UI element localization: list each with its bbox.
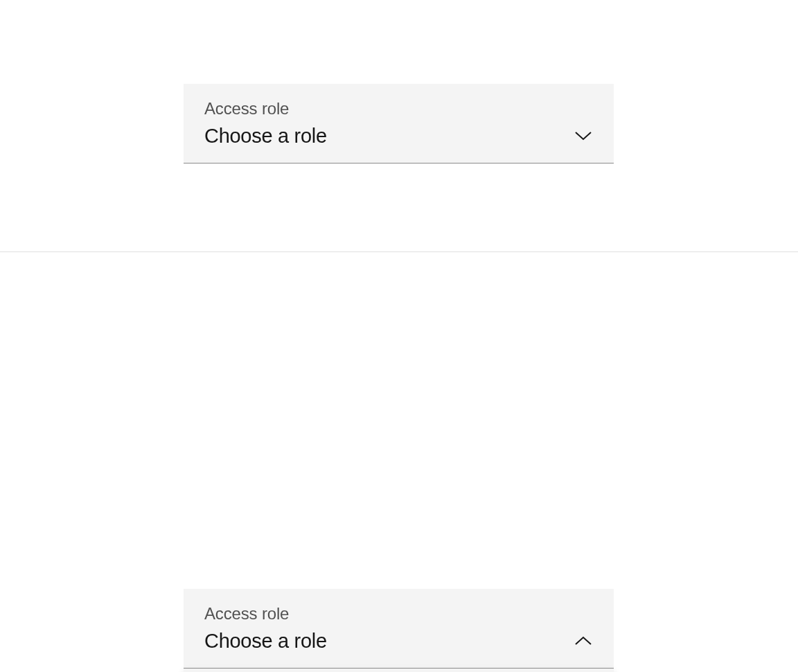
dropdown-value-row: Choose a role [204,125,593,148]
dropdown-list: Editor Owner Uploader [184,669,614,672]
access-role-dropdown-closed[interactable]: Access role Choose a role [184,84,614,163]
dropdown-value: Choose a role [204,125,327,148]
dropdown-value: Choose a role [204,630,327,653]
chevron-down-icon [575,131,592,141]
access-role-dropdown-open[interactable]: Access role Choose a role Editor Owner U… [184,589,614,672]
example-closed: Access role Choose a role [0,0,798,252]
chevron-up-icon [575,636,592,646]
dropdown-label: Access role [204,99,593,119]
dropdown-option-editor[interactable]: Editor [184,669,614,672]
dropdown-label: Access role [204,604,593,624]
dropdown-header[interactable]: Access role Choose a role [184,84,614,163]
example-open: Access role Choose a role Editor Owner U… [0,252,798,672]
dropdown-value-row: Choose a role [204,630,593,653]
dropdown-header[interactable]: Access role Choose a role [184,589,614,669]
